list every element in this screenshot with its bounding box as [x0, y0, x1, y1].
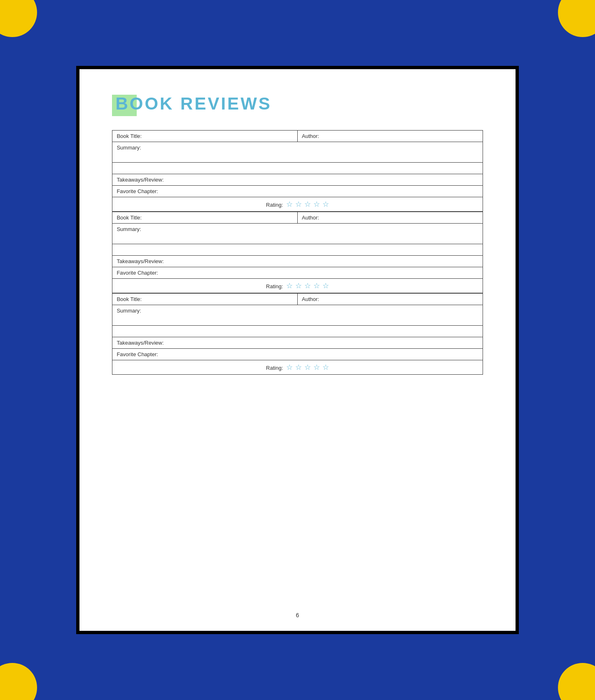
table-row: Book Title: Author: [112, 131, 483, 142]
summary-space-1 [112, 163, 483, 174]
corner-decoration-br [558, 663, 595, 700]
page-number: 6 [296, 612, 299, 631]
star-2-2[interactable]: ☆ [295, 281, 302, 290]
favorite-chapter-label-3: Favorite Chapter: [112, 349, 483, 360]
page-content: BOOK REVIEWS Book Title: Author: Summary… [112, 69, 483, 612]
summary-space-2 [112, 244, 483, 256]
review-table-3: Book Title: Author: Summary: Takeaways/R… [112, 293, 483, 375]
table-row: Takeaways/Review: [112, 337, 483, 349]
table-row: Favorite Chapter: [112, 186, 483, 197]
corner-decoration-tr [558, 0, 595, 37]
star-2-1[interactable]: ☆ [286, 281, 293, 290]
page-title: BOOK REVIEWS [112, 94, 483, 114]
takeaways-label-3: Takeaways/Review: [112, 337, 483, 349]
reviews-container: Book Title: Author: Summary: Takeaways/R… [112, 130, 483, 375]
table-row: Favorite Chapter: [112, 349, 483, 360]
rating-label-3: Rating: [266, 365, 283, 371]
summary-label-2: Summary: [112, 224, 483, 244]
author-label-2: Author: [297, 212, 483, 224]
book-title-label-2: Book Title: [112, 212, 298, 224]
corner-decoration-tl [0, 0, 37, 37]
star-2-5[interactable]: ☆ [322, 281, 329, 290]
star-1-5[interactable]: ☆ [322, 200, 329, 209]
corner-decoration-bl [0, 663, 37, 700]
book-title-label-3: Book Title: [112, 294, 298, 305]
star-3-4[interactable]: ☆ [313, 363, 320, 372]
summary-label-3: Summary: [112, 305, 483, 326]
table-row: Rating: ☆ ☆ ☆ ☆ ☆ [112, 279, 483, 293]
table-row: Summary: [112, 305, 483, 326]
star-1-3[interactable]: ☆ [304, 200, 311, 209]
star-2-3[interactable]: ☆ [304, 281, 311, 290]
book-title-label-1: Book Title: [112, 131, 298, 142]
star-2-4[interactable]: ☆ [313, 281, 320, 290]
table-row: Summary: [112, 142, 483, 163]
star-3-3[interactable]: ☆ [304, 363, 311, 372]
table-row: Takeaways/Review: [112, 174, 483, 186]
star-3-2[interactable]: ☆ [295, 363, 302, 372]
rating-row-2: Rating: ☆ ☆ ☆ ☆ ☆ [112, 279, 483, 293]
stars-3: ☆ ☆ ☆ ☆ ☆ [286, 363, 329, 372]
star-1-1[interactable]: ☆ [286, 200, 293, 209]
rating-row-1: Rating: ☆ ☆ ☆ ☆ ☆ [112, 197, 483, 212]
rating-row-3: Rating: ☆ ☆ ☆ ☆ ☆ [112, 360, 483, 375]
summary-space-3 [112, 326, 483, 337]
table-row: Book Title: Author: [112, 212, 483, 224]
review-block-2: Book Title: Author: Summary: Takeaways/R… [112, 212, 483, 293]
takeaways-label-1: Takeaways/Review: [112, 174, 483, 186]
page: BOOK REVIEWS Book Title: Author: Summary… [79, 69, 516, 631]
star-3-1[interactable]: ☆ [286, 363, 293, 372]
table-row: Book Title: Author: [112, 294, 483, 305]
review-table-1: Book Title: Author: Summary: Takeaways/R… [112, 130, 483, 212]
table-row: Rating: ☆ ☆ ☆ ☆ ☆ [112, 360, 483, 375]
rating-label-2: Rating: [266, 283, 283, 289]
summary-label-1: Summary: [112, 142, 483, 163]
star-1-4[interactable]: ☆ [313, 200, 320, 209]
rating-label-1: Rating: [266, 202, 283, 208]
author-label-1: Author: [297, 131, 483, 142]
table-row [112, 244, 483, 256]
takeaways-label-2: Takeaways/Review: [112, 256, 483, 267]
favorite-chapter-label-1: Favorite Chapter: [112, 186, 483, 197]
review-block-3: Book Title: Author: Summary: Takeaways/R… [112, 293, 483, 375]
review-table-2: Book Title: Author: Summary: Takeaways/R… [112, 212, 483, 293]
table-row: Takeaways/Review: [112, 256, 483, 267]
page-wrapper: BOOK REVIEWS Book Title: Author: Summary… [76, 66, 519, 634]
favorite-chapter-label-2: Favorite Chapter: [112, 267, 483, 279]
star-3-5[interactable]: ☆ [322, 363, 329, 372]
title-container: BOOK REVIEWS [112, 94, 483, 114]
table-row: Rating: ☆ ☆ ☆ ☆ ☆ [112, 197, 483, 212]
stars-1: ☆ ☆ ☆ ☆ ☆ [286, 200, 329, 209]
table-row [112, 163, 483, 174]
table-row: Summary: [112, 224, 483, 244]
stars-2: ☆ ☆ ☆ ☆ ☆ [286, 281, 329, 290]
star-1-2[interactable]: ☆ [295, 200, 302, 209]
review-block-1: Book Title: Author: Summary: Takeaways/R… [112, 130, 483, 212]
table-row: Favorite Chapter: [112, 267, 483, 279]
author-label-3: Author: [297, 294, 483, 305]
table-row [112, 326, 483, 337]
